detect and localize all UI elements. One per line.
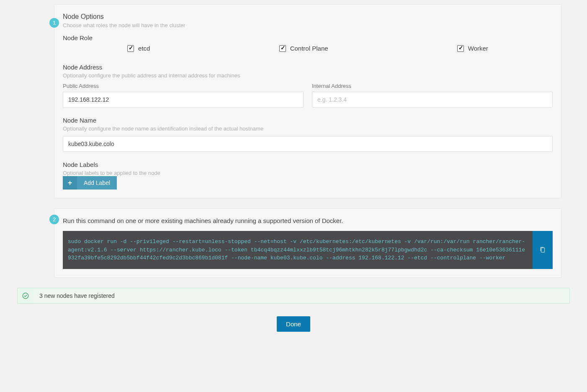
checkbox-icon[interactable] [457, 45, 464, 52]
command-code[interactable]: sudo docker run -d --privileged --restar… [63, 231, 533, 269]
status-text: 3 new nodes have registered [33, 288, 569, 303]
run-command-panel: 2 Run this command on one or more existi… [54, 208, 561, 278]
node-labels-section: Node Labels Optional labels to be applie… [63, 161, 553, 190]
add-label-text: Add Label [77, 179, 117, 186]
svg-point-1 [23, 293, 28, 299]
node-labels-label: Node Labels [63, 161, 553, 168]
copy-button[interactable] [533, 231, 553, 269]
checkbox-icon[interactable] [279, 45, 286, 52]
node-name-subtitle: Optionally configure the node name as id… [63, 126, 553, 132]
node-options-title: Node Options [63, 13, 553, 20]
node-role-label: Node Role [63, 34, 553, 41]
checkbox-etcd[interactable]: etcd [127, 45, 150, 52]
success-icon [18, 288, 33, 303]
node-address-label: Node Address [63, 64, 553, 71]
public-address-label: Public Address [63, 83, 304, 89]
node-address-subtitle: Optionally configure the public address … [63, 72, 553, 79]
public-address-input[interactable] [63, 92, 304, 108]
checkbox-label-etcd: etcd [138, 45, 150, 52]
node-options-subtitle: Choose what roles the node will have in … [63, 22, 553, 28]
checkbox-worker[interactable]: Worker [457, 45, 488, 52]
done-button[interactable]: Done [277, 316, 310, 332]
plus-icon: + [63, 176, 77, 190]
node-name-label: Node Name [63, 117, 553, 124]
status-bar: 3 new nodes have registered [17, 288, 570, 304]
done-row: Done [17, 316, 570, 332]
node-name-input[interactable] [63, 136, 553, 152]
node-options-panel: 1 Node Options Choose what roles the nod… [54, 4, 561, 198]
node-labels-subtitle: Optional labels to be applied to the nod… [63, 170, 553, 176]
node-name-section: Node Name Optionally configure the node … [63, 117, 553, 152]
internal-address-label: Internal Address [312, 83, 553, 89]
checkbox-control-plane[interactable]: Control Plane [279, 45, 328, 52]
svg-rect-0 [541, 248, 545, 253]
checkbox-label-worker: Worker [468, 45, 488, 52]
code-block-wrapper: sudo docker run -d --privileged --restar… [63, 231, 553, 269]
clipboard-icon [539, 246, 546, 254]
checkbox-icon[interactable] [127, 45, 134, 52]
internal-address-input[interactable] [312, 92, 553, 108]
step-badge-2: 2 [49, 215, 59, 224]
run-command-description: Run this command on one or more existing… [63, 217, 553, 224]
checkbox-label-control-plane: Control Plane [290, 45, 328, 52]
step-badge-1: 1 [49, 18, 59, 28]
node-address-section: Node Address Optionally configure the pu… [63, 64, 553, 108]
node-role-row: etcd Control Plane Worker [63, 45, 553, 52]
add-label-button[interactable]: + Add Label [63, 176, 117, 190]
